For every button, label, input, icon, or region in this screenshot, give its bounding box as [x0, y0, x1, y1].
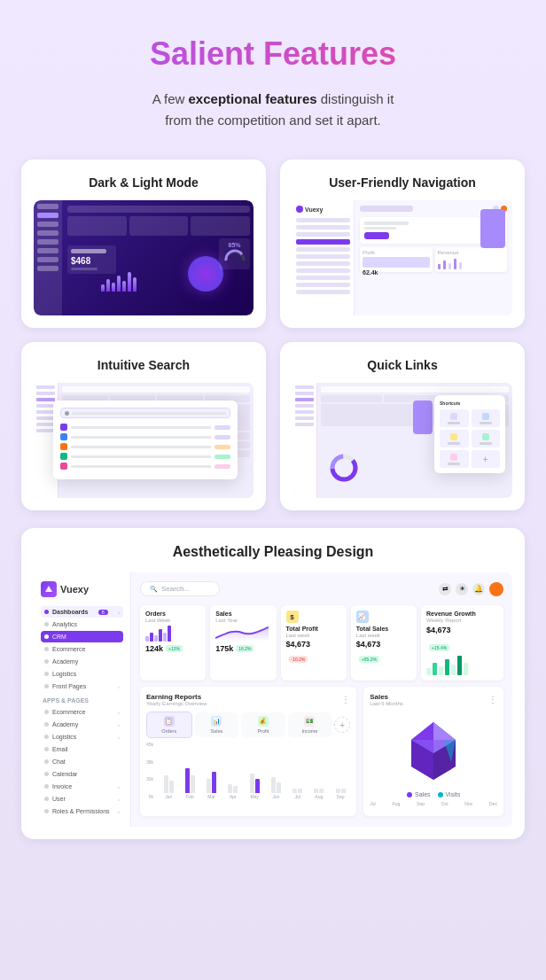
dlm-content: $468 — [67, 206, 250, 300]
translate-icon[interactable]: ⇄ — [439, 583, 451, 595]
apd-nav-invoice[interactable]: Invoice › — [41, 781, 123, 792]
apd-x-label: Mar — [207, 794, 215, 799]
dlm-sidebar — [34, 200, 62, 315]
is-result-icon — [60, 443, 67, 450]
apd-bar — [168, 626, 171, 642]
apd-nav-academy2[interactable]: Academy › — [41, 719, 123, 730]
dlm-sidebar-item — [37, 230, 58, 236]
apd-profit-value: $4,673 — [286, 640, 341, 649]
apd-month-label: Jul — [370, 801, 375, 806]
apd-nav-ecommerce2[interactable]: Ecommerce › — [41, 706, 123, 718]
apd-topbar: 🔍 Search... ⇄ ☀ 🔔 — [140, 581, 503, 596]
search-icon: 🔍 — [150, 586, 158, 593]
dlm-bar — [112, 283, 115, 292]
more-options-icon[interactable]: ⋮ — [341, 695, 350, 704]
apd-tsales-value: $4,673 — [356, 640, 411, 649]
academy-icon — [44, 659, 49, 664]
apd-x-label: Jan — [165, 794, 172, 799]
apd-tab-income[interactable]: 💵 Income — [288, 712, 332, 737]
ql-link-item[interactable] — [472, 409, 501, 427]
is-result-icon — [60, 453, 67, 460]
apd-nav-crm[interactable]: CRM — [41, 631, 123, 642]
ql-link-label — [480, 442, 492, 445]
ufn-nav-item-active — [296, 239, 350, 245]
ql-donut-svg — [328, 452, 360, 484]
apd-bar-pair — [207, 772, 216, 793]
profit-tab-icon: 💰 — [258, 716, 269, 727]
apd-chart-bar-active — [212, 772, 216, 793]
notification-icon[interactable]: 🔔 — [472, 583, 485, 595]
apd-nav-roles[interactable]: Roles & Permissions › — [41, 805, 123, 817]
apd-sales-badge: 16.2% — [236, 645, 254, 652]
dlm-gauge-svg — [222, 248, 247, 262]
ql-link-item[interactable] — [472, 430, 501, 447]
logistics-icon — [44, 672, 49, 676]
apd-nav-chat[interactable]: Chat — [41, 756, 123, 767]
apd-apps-label: APPS & PAGES — [41, 697, 123, 704]
dlm-sidebar-item-active — [37, 213, 58, 218]
ufn-banner-line1 — [364, 222, 409, 225]
more-options-icon[interactable]: ⋮ — [488, 695, 497, 704]
apd-total-sales-card: 📈 Total Sales Last week $4,673 +65.2% — [351, 605, 417, 681]
apd-nav-user[interactable]: User › — [41, 793, 123, 805]
ql-cell — [321, 395, 382, 402]
vuexy-logo-icon — [44, 585, 53, 594]
apd-nav-label: Chat — [52, 758, 66, 765]
is-result-item — [60, 453, 230, 460]
apd-nav-frontpages[interactable]: Front Pages › — [41, 681, 123, 692]
apd-nav-academy[interactable]: Academy — [41, 656, 123, 667]
search-icon — [65, 411, 69, 416]
is-result-item — [60, 433, 230, 440]
apd-nav-email[interactable]: Email — [41, 743, 123, 755]
apd-x-label: Jul — [294, 794, 300, 799]
apd-nav-label: Ecommerce — [52, 709, 85, 715]
ecommerce2-icon — [44, 710, 49, 714]
apd-x-label: Apr — [230, 794, 237, 799]
ufn-chart-row — [438, 259, 505, 269]
ufn-banner-btn — [364, 232, 389, 239]
page-title: Salient Features — [21, 35, 525, 73]
ql-link-item[interactable] — [440, 450, 469, 468]
apd-chart-bar — [228, 784, 232, 793]
is-sidebar-item — [36, 404, 55, 408]
apd-sales-sub: Last Year — [215, 618, 270, 623]
add-tab-button[interactable]: + — [334, 717, 350, 733]
apd-earning-chart: 45k 38k 30k 0k — [146, 743, 350, 810]
apd-chart-bar — [169, 781, 174, 793]
apd-nav-logistics[interactable]: Logistics — [41, 668, 123, 680]
apd-month-label: Oct — [441, 801, 448, 806]
apd-tab-profit[interactable]: 💰 Profit — [241, 712, 285, 737]
rev-bar — [464, 663, 468, 675]
theme-icon[interactable]: ☀ — [456, 583, 468, 595]
ufn-chart-bar — [443, 261, 446, 269]
apd-nav-label: Email — [52, 746, 68, 752]
apd-tab-sales[interactable]: 📊 Sales — [195, 712, 239, 737]
is-result-line — [71, 446, 211, 448]
apd-earning-title-group: Earning Reports Yearly Earnings Overview — [146, 693, 207, 706]
apd-chart-bar — [336, 789, 340, 793]
ufn-logo-dot — [296, 206, 303, 213]
apd-search[interactable]: 🔍 Search... — [140, 581, 220, 596]
avatar[interactable] — [489, 582, 503, 596]
ufn-sidebar: Vuexy — [292, 200, 355, 315]
rev-bar — [433, 663, 437, 675]
sales-tab-icon: 📊 — [211, 716, 222, 727]
apd-revenue-title: Revenue Growth — [426, 611, 498, 617]
ufn-stat-label: Revenue — [438, 250, 505, 255]
apd-tab-orders[interactable]: 📋 Orders — [146, 712, 192, 738]
apd-nav-calendar[interactable]: Calendar — [41, 768, 123, 780]
apd-nav-logistics2[interactable]: Logistics › — [41, 731, 123, 743]
ql-link-item-add[interactable]: + — [472, 450, 501, 468]
apd-month-label: Dec — [489, 801, 497, 806]
apd-month-label: Aug — [392, 801, 400, 806]
apd-nav-analytics[interactable]: Analytics — [41, 618, 123, 630]
apd-nav-dashboards[interactable]: Dashboards 8 › — [41, 606, 123, 618]
apd-tab-label: Orders — [161, 728, 176, 734]
apd-dashboard: Vuexy Dashboards 8 › Analytics CRM — [34, 572, 512, 827]
apd-earning-title: Earning Reports — [146, 693, 207, 701]
ql-link-item[interactable] — [440, 430, 469, 447]
ql-link-item[interactable] — [440, 409, 469, 427]
is-topbar — [62, 386, 250, 393]
ufn-nav-item — [296, 261, 350, 266]
apd-nav-ecommerce[interactable]: Ecommerce — [41, 643, 123, 655]
